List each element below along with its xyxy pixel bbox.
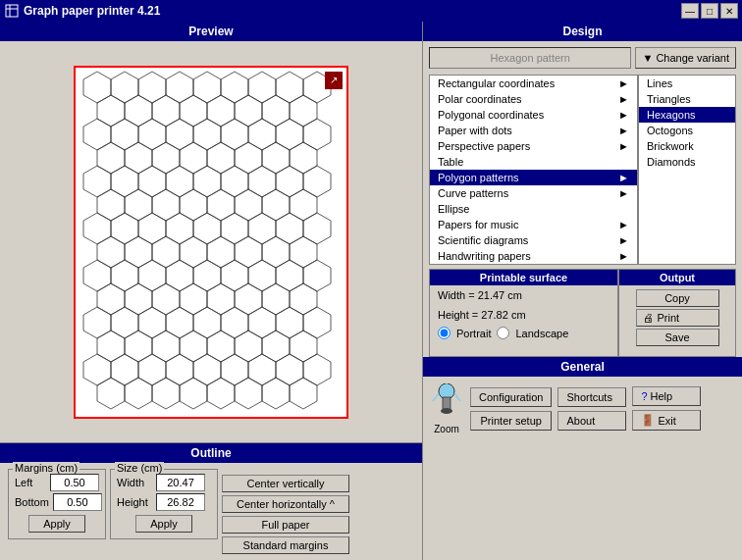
- menu-item-dots[interactable]: Paper with dots ►: [430, 123, 637, 138]
- window-controls: — □ ✕: [681, 3, 738, 19]
- arrow-icon: ►: [618, 140, 629, 152]
- arrow-icon: ►: [618, 125, 629, 136]
- output-box: Output Copy 🖨 Print Save: [618, 269, 736, 357]
- full-paper-button[interactable]: Full paper: [222, 516, 349, 534]
- menu-item-label: Table: [438, 156, 463, 168]
- svg-marker-73: [290, 236, 317, 268]
- configuration-button[interactable]: Configuration: [470, 387, 552, 407]
- svg-marker-115: [276, 354, 303, 385]
- svg-marker-63: [248, 213, 276, 244]
- submenu-item-hexagons[interactable]: Hexagons: [639, 107, 735, 123]
- svg-marker-31: [303, 119, 331, 150]
- apply-margins-button[interactable]: Apply: [28, 515, 85, 533]
- svg-marker-55: [262, 189, 290, 221]
- svg-marker-37: [235, 142, 262, 174]
- width-field-row: Width: [117, 474, 211, 491]
- menu-item-ellipse[interactable]: Ellipse: [430, 201, 637, 217]
- svg-marker-111: [166, 354, 193, 385]
- printable-surface-box: Printable surface Width = 21.47 cm Heigh…: [429, 269, 618, 357]
- menu-item-curve[interactable]: Curve patterns ►: [430, 185, 637, 201]
- svg-marker-112: [193, 354, 221, 385]
- menu-item-scientific[interactable]: Scientific diagrams ►: [430, 232, 637, 248]
- menu-item-handwriting[interactable]: Handwriting papers ►: [430, 248, 637, 264]
- menu-item-label: Papers for music: [438, 219, 519, 230]
- center-horizontally-button[interactable]: Center horizontally ^: [222, 495, 349, 513]
- shortcuts-button[interactable]: Shortcuts: [557, 387, 626, 407]
- center-vertically-button[interactable]: Center vertically: [222, 475, 349, 492]
- svg-marker-75: [111, 260, 138, 291]
- height-input[interactable]: [156, 493, 205, 511]
- margins-group: Margins (cm) Left Bottom Apply: [8, 469, 106, 539]
- help-button[interactable]: ? Help: [632, 386, 701, 406]
- svg-marker-90: [290, 283, 317, 315]
- submenu-item-diamonds[interactable]: Diamonds: [639, 154, 735, 170]
- design-header: Design: [423, 22, 742, 41]
- outline-inner: Margins (cm) Left Bottom Apply Si: [0, 463, 422, 560]
- svg-marker-119: [152, 378, 180, 409]
- svg-marker-18: [180, 95, 207, 127]
- expand-icon[interactable]: ↗: [325, 72, 343, 89]
- svg-marker-8: [138, 72, 166, 103]
- bottom-label: Bottom: [15, 496, 49, 508]
- svg-marker-56: [290, 189, 317, 221]
- submenu-item-brickwork[interactable]: Brickwork: [639, 138, 735, 154]
- menu-list: Rectangular coordinates ► Polar coordina…: [429, 75, 638, 265]
- svg-line-129: [454, 393, 460, 401]
- left-input[interactable]: [50, 474, 99, 491]
- left-field-row: Left: [15, 474, 99, 491]
- about-button[interactable]: About: [557, 411, 626, 431]
- help-question-icon: ?: [641, 390, 647, 402]
- standard-margins-button[interactable]: Standard margins: [222, 536, 349, 554]
- menu-item-polygon[interactable]: Polygon patterns ►: [430, 170, 637, 185]
- minimize-button[interactable]: —: [681, 3, 699, 19]
- submenu-item-octogons[interactable]: Octogons: [639, 123, 735, 138]
- svg-marker-42: [138, 166, 166, 197]
- svg-marker-48: [303, 166, 331, 197]
- maximize-button[interactable]: □: [701, 3, 718, 19]
- svg-marker-99: [303, 307, 331, 338]
- menu-item-rectangular[interactable]: Rectangular coordinates ►: [430, 76, 637, 91]
- apply-size-button[interactable]: Apply: [135, 515, 192, 533]
- svg-marker-27: [193, 119, 221, 150]
- svg-marker-40: [83, 166, 111, 197]
- preview-area: ↗: [0, 41, 422, 442]
- menu-item-label: Perspective papers: [438, 140, 530, 152]
- svg-marker-34: [152, 142, 180, 174]
- menu-item-label: Ellipse: [438, 203, 469, 215]
- svg-marker-72: [262, 236, 290, 268]
- submenu-item-triangles[interactable]: Triangles: [639, 91, 735, 107]
- printable-width: Width = 21.47 cm: [430, 285, 617, 305]
- title-bar: Graph paper printer 4.21 — □ ✕: [0, 0, 742, 22]
- save-button[interactable]: Save: [636, 329, 719, 346]
- output-header: Output: [619, 270, 735, 285]
- svg-marker-36: [207, 142, 235, 174]
- bottom-input[interactable]: [53, 493, 102, 511]
- printer-setup-button[interactable]: Printer setup: [470, 411, 552, 431]
- menu-item-polygonal[interactable]: Polygonal coordinates ►: [430, 107, 637, 123]
- width-input[interactable]: [156, 474, 205, 491]
- portrait-radio[interactable]: [438, 327, 450, 339]
- menu-item-label: Curve patterns: [438, 187, 508, 199]
- hexagon-pattern-button[interactable]: Hexagon pattern: [429, 47, 631, 69]
- submenu-item-lines[interactable]: Lines: [639, 76, 735, 91]
- svg-marker-61: [193, 213, 221, 244]
- landscape-radio[interactable]: [497, 327, 509, 339]
- copy-button[interactable]: Copy: [636, 289, 719, 307]
- print-button[interactable]: 🖨 Print: [636, 309, 719, 327]
- menu-item-perspective[interactable]: Perspective papers ►: [430, 138, 637, 154]
- exit-button[interactable]: 🚪 Exit: [632, 410, 701, 431]
- svg-marker-81: [276, 260, 303, 291]
- svg-marker-89: [262, 283, 290, 315]
- menu-item-polar[interactable]: Polar coordinates ►: [430, 91, 637, 107]
- menu-item-table[interactable]: Table: [430, 154, 637, 170]
- svg-marker-67: [125, 236, 152, 268]
- menu-item-music[interactable]: Papers for music ►: [430, 217, 637, 232]
- svg-marker-16: [125, 95, 152, 127]
- svg-marker-24: [111, 119, 138, 150]
- svg-marker-92: [111, 307, 138, 338]
- menu-item-label: Paper with dots: [438, 125, 512, 136]
- svg-marker-45: [221, 166, 248, 197]
- close-button[interactable]: ✕: [720, 3, 738, 19]
- change-variant-button[interactable]: ▼ Change variant: [635, 47, 736, 69]
- svg-marker-98: [276, 307, 303, 338]
